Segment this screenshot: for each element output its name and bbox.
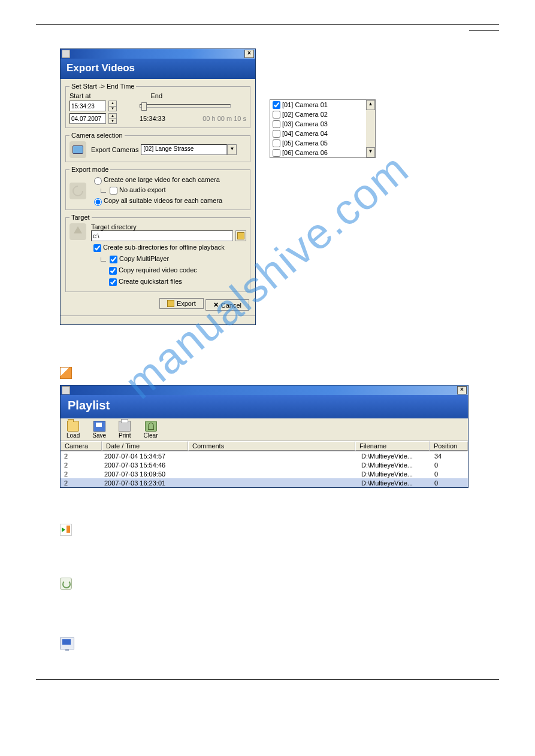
close-icon[interactable]: × (244, 50, 254, 58)
radio-label-one-large: Create one large video for each camera (104, 176, 220, 183)
print-button[interactable]: Print (114, 420, 136, 441)
camera-list-item[interactable]: [03] Camera 03 (270, 119, 366, 129)
statusbar (61, 315, 255, 324)
export-cameras-dropdown[interactable]: [02] Lange Strasse ▼ (141, 144, 237, 155)
dropdown-value: [02] Lange Strasse (141, 144, 227, 155)
col-position[interactable]: Position (430, 441, 468, 451)
window-titlebar[interactable]: × (61, 49, 255, 59)
cell-datetime: 2007-07-03 16:23:01 (101, 479, 186, 487)
camera-list-item[interactable]: [02] Camera 02 (270, 110, 366, 119)
target-dir-input[interactable] (91, 230, 233, 241)
footer-rule (36, 679, 499, 680)
label-subdirs: Create sub-directories for offline playb… (103, 244, 225, 251)
cell-position: 0 (431, 479, 468, 487)
col-datetime[interactable]: Date / Time (102, 441, 188, 451)
camera-checkbox[interactable] (273, 111, 280, 119)
checkbox-multiplayer[interactable] (110, 256, 117, 263)
chevron-down-icon[interactable]: ▼ (227, 144, 237, 155)
clear-button[interactable]: Clear (139, 420, 163, 441)
browse-button[interactable] (235, 230, 246, 241)
window-titlebar[interactable]: × (61, 385, 468, 395)
cell-camera: 2 (61, 470, 101, 478)
scroll-up-icon[interactable]: ▲ (366, 100, 375, 110)
close-icon[interactable]: × (457, 386, 467, 394)
fieldset-target: Target Target directory Create sub-direc… (65, 214, 250, 292)
header-rule (36, 24, 499, 25)
cell-filename: D:\MultieyeVide... (358, 453, 431, 460)
app-icon (62, 386, 70, 394)
checkbox-subdirs[interactable] (93, 244, 101, 252)
cancel-icon: ✕ (213, 301, 219, 309)
app-icon (62, 50, 70, 58)
camera-checkbox[interactable] (273, 149, 280, 157)
cell-datetime: 2007-07-04 15:34:57 (101, 453, 186, 460)
camera-checkbox[interactable] (273, 139, 280, 147)
cancel-button-label: Cancel (221, 302, 241, 309)
export-icon (167, 300, 174, 307)
target-dir-label: Target directory (91, 223, 246, 230)
date-spinner[interactable]: ▲▼ (108, 113, 117, 124)
camera-label: [04] Camera 04 (282, 130, 328, 137)
camera-checkbox[interactable] (273, 101, 280, 109)
export-button[interactable]: Export (159, 298, 204, 309)
checkbox-quickstart[interactable] (109, 278, 117, 286)
table-row[interactable]: 2 2007-07-03 16:23:01 D:\MultieyeVide...… (61, 478, 468, 487)
table-row[interactable]: 2 2007-07-03 16:09:50 D:\MultieyeVide...… (61, 469, 468, 478)
cancel-button[interactable]: ✕Cancel (205, 299, 249, 311)
camera-checklist[interactable]: [01] Camera 01 [02] Camera 02 [03] Camer… (270, 99, 376, 158)
camera-label: [05] Camera 05 (282, 139, 328, 147)
playlist-toolbar: Load Save Print Clear (61, 418, 468, 441)
start-date-input[interactable] (69, 113, 106, 124)
radio-one-large-video[interactable] (94, 177, 102, 185)
camera-checkbox[interactable] (273, 120, 280, 128)
col-camera[interactable]: Camera (61, 441, 102, 451)
cell-filename: D:\MultieyeVide... (358, 479, 431, 487)
cell-datetime: 2007-07-03 15:54:46 (101, 462, 186, 469)
camera-list-item[interactable]: [06] Camera 06 (270, 148, 366, 157)
scroll-down-icon[interactable]: ▼ (366, 147, 375, 157)
start-label: Start at (69, 92, 90, 99)
camera-checkbox[interactable] (273, 130, 280, 138)
camera-label: [02] Camera 02 (282, 111, 328, 118)
camera-icon (69, 141, 86, 158)
cell-filename: D:\MultieyeVide... (358, 462, 431, 469)
tool-label: Load (67, 432, 80, 439)
playlist-body: 2 2007-07-04 15:34:57 D:\MultieyeVide...… (61, 451, 468, 487)
save-button[interactable]: Save (87, 420, 111, 441)
recycle-icon (60, 578, 72, 590)
col-comments[interactable]: Comments (188, 441, 355, 451)
fieldset-camera: Camera selection Export Cameras [02] Lan… (65, 132, 250, 162)
legend-target: Target (69, 214, 92, 221)
trash-icon (145, 421, 157, 432)
fieldset-mode: Export mode Create one large video for e… (65, 166, 250, 210)
camera-list-item[interactable]: [04] Camera 04 (270, 129, 366, 138)
scrollbar-track[interactable] (366, 110, 375, 147)
end-time-slider[interactable] (140, 104, 231, 108)
legend-time: Set Start -> End Time (69, 83, 136, 90)
page-number-box (469, 12, 499, 31)
tool-label: Clear (144, 432, 158, 439)
camera-list-item[interactable]: [05] Camera 05 (270, 138, 366, 148)
legend-camera: Camera selection (69, 132, 125, 139)
start-time-input[interactable] (69, 101, 106, 111)
load-button[interactable]: Load (62, 420, 84, 441)
camera-label: [01] Camera 01 (282, 101, 328, 108)
radio-copy-all[interactable] (94, 198, 102, 206)
table-row[interactable]: 2 2007-07-03 15:54:46 D:\MultieyeVide...… (61, 460, 468, 469)
playlist-title: Playlist (61, 395, 468, 418)
time-spinner[interactable]: ▲▼ (108, 101, 117, 111)
export-videos-dialog: × Export Videos Set Start -> End Time St… (60, 48, 256, 325)
camera-list-item[interactable]: [01] Camera 01 (270, 100, 366, 110)
legend-mode: Export mode (69, 166, 110, 173)
playlist-window: × Playlist Load Save Print Clear Camera … (60, 385, 468, 488)
checkbox-no-audio[interactable] (110, 187, 117, 195)
duration-readout: 00 h 00 m 10 s (202, 115, 246, 122)
fieldset-time: Set Start -> End Time Start at End ▲▼ ▲▼… (65, 83, 250, 128)
end-time-readout: 15:34:33 (140, 115, 165, 122)
cell-camera: 2 (61, 453, 101, 460)
col-filename[interactable]: Filename (355, 441, 430, 451)
table-row[interactable]: 2 2007-07-04 15:34:57 D:\MultieyeVide...… (61, 451, 468, 460)
checkbox-codec[interactable] (109, 267, 117, 275)
folder-open-icon (67, 421, 79, 432)
folder-icon (237, 232, 244, 239)
